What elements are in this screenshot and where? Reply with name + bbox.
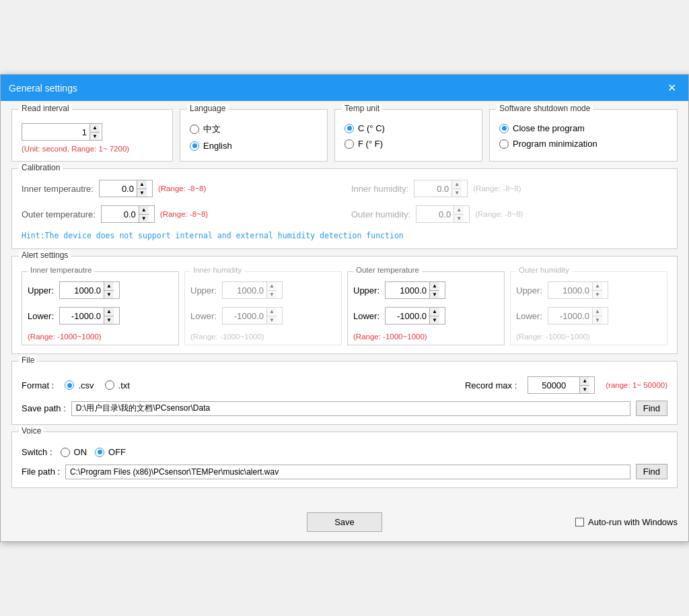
alert-grid: Inner temperautre Upper: ▲ ▼ bbox=[22, 271, 667, 345]
alert-outer-temp-lower-spinner[interactable]: ▲ ▼ bbox=[385, 307, 445, 324]
alert-outer-temp-lower-input[interactable] bbox=[386, 308, 429, 324]
inner-temp-row: Inner temperautre: ▲ ▼ (Range: -8~8) bbox=[22, 180, 338, 197]
radio-fahrenheit[interactable] bbox=[344, 139, 354, 149]
switch-off[interactable]: OFF bbox=[95, 447, 126, 457]
outer-temp-up[interactable]: ▲ bbox=[139, 206, 149, 214]
inner-temp-input[interactable] bbox=[100, 180, 137, 197]
alert-inner-humidity-upper-spinner[interactable]: ▲ ▼ bbox=[222, 281, 283, 299]
outer-humidity-up[interactable]: ▲ bbox=[454, 206, 464, 214]
inner-humidity-range: (Range: -8~8) bbox=[473, 184, 521, 193]
record-max-spinner[interactable]: ▲ ▼ bbox=[528, 376, 595, 394]
autorun-checkbox[interactable] bbox=[575, 518, 584, 526]
alert-inner-humidity-upper-up[interactable]: ▲ bbox=[267, 282, 277, 290]
read-interval-input[interactable] bbox=[22, 124, 89, 140]
radio-chinese[interactable] bbox=[190, 125, 199, 134]
alert-outer-temp-lower-up[interactable]: ▲ bbox=[430, 308, 439, 316]
alert-outer-humidity-upper-input[interactable] bbox=[548, 282, 592, 298]
bottom-bar: Save Auto-run with Windows bbox=[1, 506, 688, 541]
read-interval-down[interactable]: ▼ bbox=[90, 132, 100, 140]
alert-inner-humidity-upper-input[interactable] bbox=[223, 282, 266, 298]
radio-txt[interactable] bbox=[105, 380, 114, 390]
record-max-down[interactable]: ▼ bbox=[580, 385, 589, 393]
alert-inner-temp-upper-up[interactable]: ▲ bbox=[104, 282, 114, 290]
inner-humidity-input[interactable] bbox=[414, 180, 451, 197]
record-max-input[interactable] bbox=[528, 377, 579, 393]
save-path-find-button[interactable]: Find bbox=[636, 401, 667, 416]
alert-inner-temp-lower-down[interactable]: ▼ bbox=[104, 316, 114, 324]
alert-outer-temp-upper-row: Upper: ▲ ▼ bbox=[353, 281, 499, 299]
close-button[interactable]: ✕ bbox=[663, 80, 680, 96]
inner-humidity-up[interactable]: ▲ bbox=[452, 180, 462, 189]
inner-temp-down[interactable]: ▼ bbox=[137, 189, 147, 197]
window-title: General settings bbox=[9, 83, 77, 94]
read-interval-up[interactable]: ▲ bbox=[90, 124, 100, 132]
radio-off[interactable] bbox=[95, 448, 104, 457]
format-txt[interactable]: .txt bbox=[105, 380, 130, 390]
alert-outer-humidity-lower-spinner[interactable]: ▲ ▼ bbox=[548, 307, 608, 324]
voice-path-find-button[interactable]: Find bbox=[636, 464, 667, 479]
save-button[interactable]: Save bbox=[307, 512, 382, 532]
radio-celsius[interactable] bbox=[344, 124, 354, 133]
alert-outer-temp-upper-spinner[interactable]: ▲ ▼ bbox=[385, 281, 445, 299]
outer-temp-spinner[interactable]: ▲ ▼ bbox=[101, 205, 155, 223]
alert-outer-humidity-lower-down[interactable]: ▼ bbox=[593, 316, 602, 324]
alert-inner-humidity-upper-down[interactable]: ▼ bbox=[267, 290, 277, 298]
voice-path-input[interactable] bbox=[65, 465, 630, 479]
shutdown-minimize[interactable]: Program minimization bbox=[499, 139, 667, 149]
radio-on[interactable] bbox=[61, 448, 70, 457]
save-path-input[interactable] bbox=[71, 401, 630, 416]
alert-outer-humidity-upper-label: Upper: bbox=[516, 285, 542, 296]
calibration-title: Calibration bbox=[19, 163, 63, 172]
alert-inner-temp-upper-spinner[interactable]: ▲ ▼ bbox=[59, 281, 120, 299]
shutdown-minimize-label: Program minimization bbox=[513, 139, 597, 149]
language-option-english[interactable]: English bbox=[190, 141, 318, 151]
inner-humidity-down[interactable]: ▼ bbox=[452, 189, 462, 197]
shutdown-close-program[interactable]: Close the program bbox=[499, 123, 667, 133]
radio-close-program[interactable] bbox=[499, 124, 509, 133]
alert-inner-temp-lower-spinner[interactable]: ▲ ▼ bbox=[59, 307, 120, 324]
temp-unit-fahrenheit-label: F (° F) bbox=[358, 139, 383, 149]
alert-inner-humidity-lower-input[interactable] bbox=[223, 308, 266, 324]
inner-temp-spinner[interactable]: ▲ ▼ bbox=[99, 180, 153, 197]
alert-outer-temp-upper-input[interactable] bbox=[386, 282, 429, 298]
language-section: Language 中文 English bbox=[180, 109, 328, 162]
language-option-chinese[interactable]: 中文 bbox=[190, 123, 318, 135]
alert-outer-humidity-upper-spinner[interactable]: ▲ ▼ bbox=[548, 281, 608, 299]
format-csv[interactable]: .csv bbox=[65, 380, 94, 390]
temp-unit-fahrenheit[interactable]: F (° F) bbox=[344, 139, 472, 149]
radio-minimize[interactable] bbox=[499, 139, 509, 149]
outer-humidity-input[interactable] bbox=[416, 206, 454, 222]
radio-csv[interactable] bbox=[65, 380, 74, 390]
inner-temp-range: (Range: -8~8) bbox=[158, 184, 206, 193]
alert-outer-temp-upper-down[interactable]: ▼ bbox=[430, 290, 439, 298]
alert-outer-humidity-lower-up[interactable]: ▲ bbox=[593, 308, 602, 316]
alert-inner-temp-upper-input[interactable] bbox=[60, 282, 104, 298]
outer-temp-down[interactable]: ▼ bbox=[139, 214, 149, 222]
outer-temp-label: Outer temperature: bbox=[22, 209, 96, 219]
alert-inner-temp-lower-up[interactable]: ▲ bbox=[104, 308, 114, 316]
alert-inner-humidity-lower-up[interactable]: ▲ bbox=[267, 308, 277, 316]
alert-inner-humidity-upper-label: Upper: bbox=[190, 285, 217, 296]
alert-outer-humidity-upper-up[interactable]: ▲ bbox=[593, 282, 602, 290]
top-sections: Read interval ▲ ▼ (Unit: second, Range: … bbox=[11, 109, 678, 162]
language-english-label: English bbox=[203, 141, 232, 151]
alert-inner-humidity-lower-spinner[interactable]: ▲ ▼ bbox=[222, 307, 283, 324]
alert-inner-humidity-lower-down[interactable]: ▼ bbox=[267, 316, 277, 324]
outer-temp-input[interactable] bbox=[102, 206, 139, 222]
outer-humidity-down[interactable]: ▼ bbox=[454, 214, 464, 222]
alert-outer-temp-upper-up[interactable]: ▲ bbox=[430, 282, 439, 290]
alert-inner-temp-lower-input[interactable] bbox=[60, 308, 104, 324]
inner-temp-up[interactable]: ▲ bbox=[137, 180, 147, 189]
temp-unit-celsius[interactable]: C (° C) bbox=[344, 123, 472, 133]
switch-on[interactable]: ON bbox=[61, 447, 87, 457]
outer-humidity-spinner[interactable]: ▲ ▼ bbox=[416, 205, 470, 223]
record-max-up[interactable]: ▲ bbox=[580, 377, 589, 385]
inner-humidity-spinner[interactable]: ▲ ▼ bbox=[414, 180, 468, 197]
radio-english[interactable] bbox=[190, 141, 199, 151]
alert-inner-temp-range: (Range: -1000~1000) bbox=[28, 333, 173, 341]
read-interval-spinner[interactable]: ▲ ▼ bbox=[22, 123, 102, 141]
alert-outer-humidity-lower-input[interactable] bbox=[548, 308, 592, 324]
alert-outer-humidity-upper-down[interactable]: ▼ bbox=[593, 290, 602, 298]
alert-outer-temp-lower-down[interactable]: ▼ bbox=[430, 316, 439, 324]
alert-inner-temp-upper-down[interactable]: ▼ bbox=[104, 290, 114, 298]
